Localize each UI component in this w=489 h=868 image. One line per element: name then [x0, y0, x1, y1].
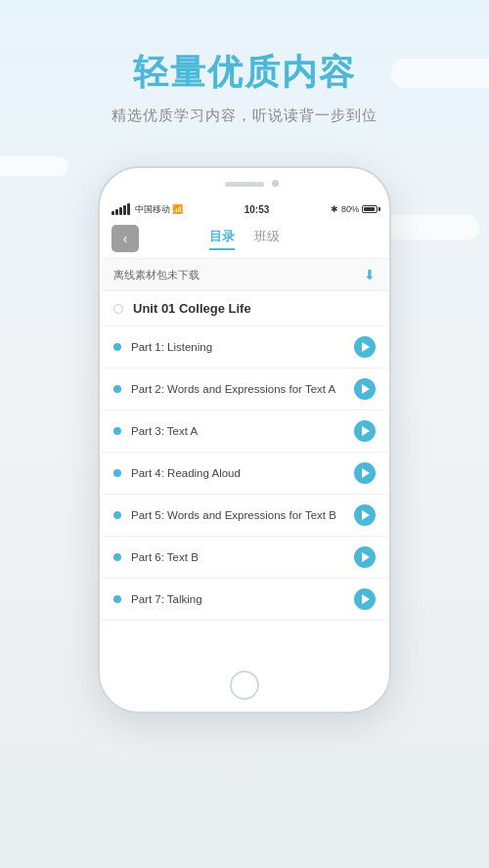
play-icon [362, 342, 370, 352]
play-icon [362, 552, 370, 562]
list-item: Part 6: Text B [102, 537, 387, 579]
part-label: Part 7: Talking [131, 591, 354, 607]
phone-screen: 中国移动 📶 10:53 ✱ 80% ‹ 目录 [102, 199, 387, 663]
list-item: Part 4: Reading Aloud [102, 453, 387, 495]
phone-speaker [225, 182, 264, 187]
part-label: Part 5: Words and Expressions for Text B [131, 507, 354, 523]
part-dot-icon [113, 427, 121, 435]
list-item: Part 1: Listening [102, 326, 387, 369]
list-item: Part 5: Words and Expressions for Text B [102, 495, 387, 537]
phone-body: 中国移动 📶 10:53 ✱ 80% ‹ 目录 [98, 166, 391, 714]
battery-fill [364, 207, 375, 211]
offline-banner: 离线素材包未下载 ⬇ [102, 259, 387, 291]
hero-subtitle: 精选优质学习内容，听说读背一步到位 [0, 107, 489, 125]
battery-label: 80% [341, 204, 359, 214]
list-item: Part 3: Text A [102, 411, 387, 453]
battery-icon [362, 205, 378, 213]
play-button[interactable] [354, 546, 376, 568]
play-icon [362, 510, 370, 520]
signal-bar [115, 209, 118, 215]
phone-camera [272, 180, 279, 187]
part-label: Part 2: Words and Expressions for Text A [131, 381, 354, 397]
carrier-label: 中国移动 [135, 203, 170, 216]
signal-bar [111, 211, 114, 215]
nav-bar: ‹ 目录 班级 [102, 219, 387, 259]
signal-bars [111, 203, 130, 215]
part-dot-icon [113, 385, 121, 393]
unit-title: Unit 01 College Life [133, 301, 251, 316]
download-icon[interactable]: ⬇ [364, 267, 376, 282]
part-label: Part 4: Reading Aloud [131, 465, 354, 481]
list-item: Part 7: Talking [102, 579, 387, 621]
hero-section: 轻量优质内容 精选优质学习内容，听说读背一步到位 [0, 49, 489, 125]
signal-bar [127, 203, 130, 215]
signal-bar [123, 205, 126, 215]
unit-circle-icon [113, 304, 123, 314]
status-bar: 中国移动 📶 10:53 ✱ 80% [102, 199, 387, 219]
tab-class[interactable]: 班级 [254, 228, 280, 250]
cloud-decoration [381, 215, 479, 239]
part-label: Part 3: Text A [131, 423, 354, 439]
tab-catalog[interactable]: 目录 [209, 228, 235, 250]
play-icon [362, 426, 370, 436]
play-button[interactable] [354, 336, 376, 358]
part-dot-icon [113, 553, 121, 561]
part-dot-icon [113, 469, 121, 477]
content-list: Unit 01 College Life Part 1: Listening P… [102, 291, 387, 621]
status-time: 10:53 [244, 204, 270, 215]
play-button[interactable] [354, 504, 376, 526]
nav-tabs: 目录 班级 [139, 228, 350, 250]
bluetooth-icon: ✱ [331, 204, 338, 214]
play-button[interactable] [354, 420, 376, 442]
part-dot-icon [113, 511, 121, 519]
signal-bar [119, 207, 122, 215]
cloud-decoration [0, 156, 68, 176]
play-icon [362, 384, 370, 394]
wifi-icon: 📶 [172, 204, 183, 214]
play-icon [362, 594, 370, 604]
play-button[interactable] [354, 588, 376, 610]
hero-title: 轻量优质内容 [0, 49, 489, 97]
offline-label: 离线素材包未下载 [113, 268, 200, 282]
unit-header: Unit 01 College Life [102, 291, 387, 326]
part-dot-icon [113, 595, 121, 603]
play-button[interactable] [354, 378, 376, 400]
part-label: Part 6: Text B [131, 549, 354, 565]
part-dot-icon [113, 343, 121, 351]
back-icon: ‹ [123, 231, 128, 246]
phone-home-button [230, 671, 259, 700]
back-button[interactable]: ‹ [111, 225, 139, 252]
play-button[interactable] [354, 462, 376, 484]
status-right: ✱ 80% [331, 204, 378, 214]
list-item: Part 2: Words and Expressions for Text A [102, 369, 387, 411]
play-icon [362, 468, 370, 478]
status-left: 中国移动 📶 [111, 203, 183, 216]
part-label: Part 1: Listening [131, 339, 354, 355]
phone-mockup: 中国移动 📶 10:53 ✱ 80% ‹ 目录 [98, 166, 391, 714]
